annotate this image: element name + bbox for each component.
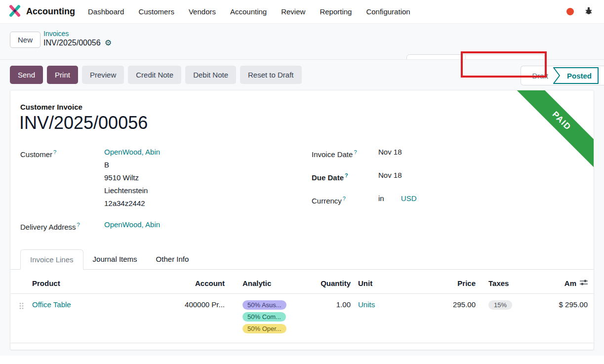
- print-button[interactable]: Print: [47, 66, 78, 84]
- reset-to-draft-button[interactable]: Reset to Draft: [240, 66, 302, 84]
- gear-icon[interactable]: ⚙: [105, 39, 112, 47]
- nav-item-customers[interactable]: Customers: [138, 7, 174, 16]
- currency-link[interactable]: USD: [401, 194, 417, 202]
- due-date-value[interactable]: Nov 18: [378, 169, 402, 184]
- nav-item-reporting[interactable]: Reporting: [320, 7, 352, 16]
- tab-journal-items[interactable]: Journal Items: [83, 249, 147, 269]
- analytic-tag[interactable]: 50% Com...: [242, 312, 286, 322]
- next-section-edge: [0, 356, 604, 364]
- tab-invoice-lines[interactable]: Invoice Lines: [20, 249, 83, 270]
- nav-item-review[interactable]: Review: [281, 7, 305, 16]
- breadcrumb-current: INV/2025/00056: [43, 39, 101, 47]
- table-header-row: Product Account Analytic Quantity Unit P…: [10, 272, 594, 294]
- breadcrumb-invoices-link[interactable]: Invoices: [43, 30, 112, 38]
- product-cell: Office Table: [32, 294, 131, 343]
- debug-icon[interactable]: [584, 6, 593, 17]
- analytic-tag[interactable]: 50% Asus...: [242, 300, 286, 310]
- due-date-field: Due Date? Nov 18: [312, 169, 417, 184]
- tab-other-info[interactable]: Other Info: [147, 249, 199, 269]
- price-column-header: Price: [393, 272, 476, 294]
- address-line: 12a34z2442: [104, 197, 160, 210]
- quantity-cell: 1.00: [316, 294, 351, 343]
- preview-button[interactable]: Preview: [82, 66, 124, 84]
- credit-note-button[interactable]: Credit Note: [128, 66, 181, 84]
- send-button[interactable]: Send: [10, 66, 43, 84]
- account-cell: 400000 Pr...: [131, 294, 225, 343]
- invoice-lines-table: Product Account Analytic Quantity Unit P…: [10, 272, 594, 343]
- record-dot-icon[interactable]: [566, 8, 574, 15]
- adjust-columns-icon[interactable]: [580, 279, 588, 287]
- due-date-label: Due Date?: [312, 169, 378, 184]
- notebook-tabs: Invoice Lines Journal Items Other Info: [10, 249, 594, 270]
- breadcrumb: Invoices INV/2025/00056 ⚙: [43, 30, 112, 47]
- account-column-header: Account: [131, 272, 225, 294]
- product-link[interactable]: Office Table: [32, 300, 71, 309]
- drag-handle-icon[interactable]: [10, 294, 32, 343]
- app-menu[interactable]: Accounting: [8, 4, 75, 20]
- debit-note-button[interactable]: Debit Note: [185, 66, 236, 84]
- app-name: Accounting: [26, 6, 75, 17]
- handle-column-header: [10, 272, 32, 294]
- unit-column-header: Unit: [351, 272, 393, 294]
- nav-item-configuration[interactable]: Configuration: [366, 7, 410, 16]
- currency-prefix: in: [378, 194, 384, 202]
- quantity-column-header: Quantity: [316, 272, 351, 294]
- status-posted[interactable]: Posted: [553, 67, 601, 84]
- invoice-number-title: INV/2025/00056: [19, 113, 594, 133]
- analytic-cell: 50% Asus... 50% Com... 50% Oper...: [225, 294, 316, 343]
- help-icon: ?: [77, 222, 80, 228]
- currency-field: Currency? in USD: [312, 192, 417, 207]
- price-cell: 295.00: [393, 294, 476, 343]
- help-icon: ?: [354, 149, 357, 155]
- customer-field: Customer? OpenWood, Abin B 9510 Wiltz Li…: [20, 146, 312, 210]
- address-line: 9510 Wiltz: [104, 171, 160, 184]
- address-line: Liechtenstein: [104, 184, 160, 197]
- nav-item-vendors[interactable]: Vendors: [189, 7, 216, 16]
- product-column-header: Product: [32, 272, 131, 294]
- new-button[interactable]: New: [10, 32, 40, 48]
- delivery-address-link[interactable]: OpenWood, Abin: [104, 218, 160, 234]
- delivery-address-field: Delivery Address? OpenWood, Abin: [20, 218, 312, 234]
- main-menu: Dashboard Customers Vendors Accounting R…: [88, 7, 410, 16]
- top-nav: Accounting Dashboard Customers Vendors A…: [0, 0, 604, 24]
- invoice-sheet: PAID Customer Invoice INV/2025/00056 Cus…: [10, 90, 594, 350]
- unit-cell: Units: [351, 294, 393, 343]
- help-icon: ?: [53, 149, 56, 155]
- amount-column-header: Am: [530, 272, 594, 294]
- accounting-app-icon: [8, 4, 22, 20]
- page-gap: [0, 350, 604, 356]
- customer-label: Customer?: [20, 146, 104, 210]
- invoice-date-value[interactable]: Nov 18: [378, 146, 402, 161]
- action-bar: Send Print Preview Credit Note Debit Not…: [0, 59, 604, 90]
- status-posted-label: Posted: [553, 67, 601, 84]
- taxes-column-header: Taxes: [476, 272, 530, 294]
- nav-right: [566, 6, 597, 17]
- tax-pill[interactable]: 15%: [488, 300, 512, 310]
- status-draft[interactable]: Draft: [532, 72, 548, 80]
- help-icon: ?: [343, 196, 346, 202]
- address-line: B: [104, 159, 160, 171]
- invoice-line-row[interactable]: Office Table 400000 Pr... 50% Asus... 50…: [10, 294, 594, 343]
- analytic-column-header: Analytic: [225, 272, 316, 294]
- help-icon: ?: [345, 172, 348, 178]
- statusbar: Draft Posted: [521, 66, 604, 85]
- unit-link[interactable]: Units: [358, 300, 375, 309]
- amount-cell: $ 295.00: [530, 294, 594, 343]
- nav-item-dashboard[interactable]: Dashboard: [88, 7, 124, 16]
- invoice-fields: Customer? OpenWood, Abin B 9510 Wiltz Li…: [20, 146, 594, 234]
- analytic-tag[interactable]: 50% Oper...: [242, 324, 286, 333]
- invoice-date-field: Invoice Date? Nov 18: [312, 146, 417, 161]
- customer-link[interactable]: OpenWood, Abin: [104, 148, 160, 156]
- currency-label: Currency?: [312, 192, 378, 207]
- delivery-address-label: Delivery Address?: [20, 218, 104, 234]
- document-type-label: Customer Invoice: [20, 103, 594, 111]
- control-panel: New Invoices INV/2025/00056 ⚙ Payments 1: [0, 24, 604, 59]
- invoice-date-label: Invoice Date?: [312, 146, 378, 161]
- taxes-cell: 15%: [476, 294, 530, 343]
- nav-item-accounting[interactable]: Accounting: [230, 7, 267, 16]
